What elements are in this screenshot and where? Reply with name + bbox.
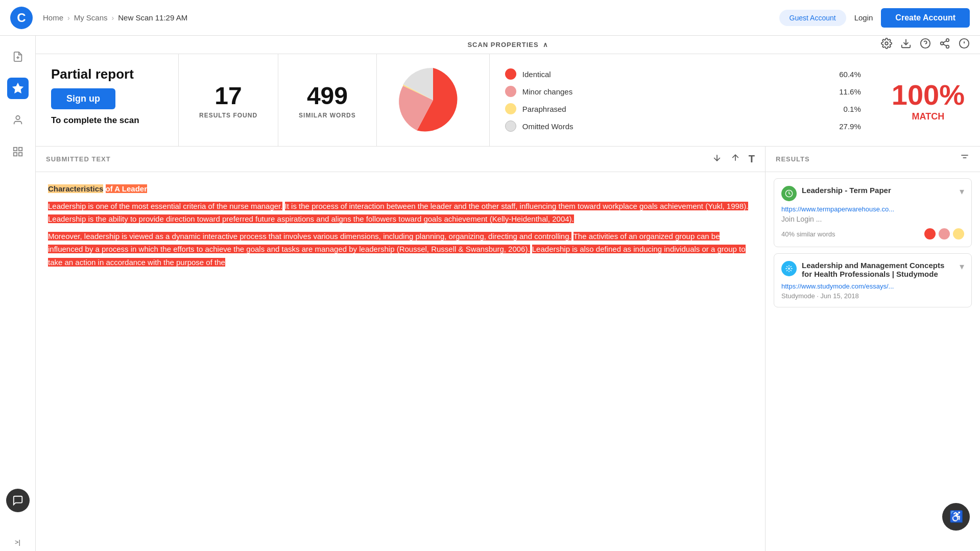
- svg-line-16: [943, 41, 946, 43]
- similar-words-section: 499 SIMILAR WORDS: [278, 54, 377, 146]
- legend-label-omitted: Omitted Words: [522, 122, 833, 131]
- legend-item-paraphrased: Paraphrased 0.1%: [505, 103, 861, 114]
- logo: C: [10, 7, 33, 29]
- results-found-label: RESULTS FOUND: [199, 112, 257, 119]
- chat-button[interactable]: [6, 489, 30, 512]
- legend-label-minor: Minor changes: [522, 87, 833, 96]
- guest-account-button[interactable]: Guest Account: [779, 10, 846, 26]
- text-title: Characteristics of A Leader: [48, 182, 753, 196]
- result-similar-label-1: 40% similar words: [781, 230, 835, 238]
- result-icon-1: [781, 186, 797, 201]
- sidebar-item-star[interactable]: [7, 78, 29, 99]
- submitted-text-panel: SUBMITTED TEXT T: [36, 147, 766, 551]
- result-link-1[interactable]: https://www.termpaperwarehouse.co...: [781, 205, 964, 213]
- scan-properties-icons: [881, 38, 970, 52]
- result-meta-2: Studymode · Jun 15, 2018: [781, 292, 964, 300]
- main-layout: >| SCAN PROPERTIES ∧: [0, 36, 980, 551]
- legend-dot-minor: [505, 86, 516, 97]
- sidebar-item-add-file[interactable]: [7, 46, 29, 67]
- navbar: C Home › My Scans › New Scan 11:29 AM Gu…: [0, 0, 980, 36]
- match-section: 100% MATCH: [876, 54, 980, 146]
- result-footer-1: 40% similar words: [781, 228, 964, 239]
- create-account-button[interactable]: Create Account: [881, 8, 970, 28]
- accessibility-button[interactable]: ♿: [942, 503, 970, 531]
- text-para-1: Leadership is one of the most essential …: [48, 200, 753, 226]
- breadcrumb-my-scans[interactable]: My Scans: [74, 13, 108, 22]
- result-icon-2: [781, 261, 797, 276]
- sidebar: >|: [0, 36, 36, 551]
- svg-point-8: [885, 42, 888, 45]
- sidebar-item-docs[interactable]: [7, 141, 29, 162]
- results-panel: RESULTS: [766, 147, 980, 551]
- submitted-text-header: SUBMITTED TEXT T: [36, 147, 765, 172]
- results-list: Leadership - Term Paper ▾ https://www.te…: [766, 172, 980, 551]
- result-login-1: Join Login ...: [781, 215, 964, 223]
- results-found-section: 17 RESULTS FOUND: [179, 54, 278, 146]
- svg-marker-2: [13, 84, 22, 92]
- similar-words-number: 499: [307, 82, 348, 110]
- svg-point-13: [941, 42, 944, 45]
- result-card-2-header: Leadership and Management Concepts for H…: [781, 261, 964, 278]
- legend-pct-omitted: 27.9%: [839, 122, 861, 131]
- pie-chart-section: [377, 54, 490, 146]
- dot-pink-1: [939, 228, 950, 239]
- breadcrumb-current: New Scan 11:29 AM: [118, 13, 187, 22]
- sidebar-item-user[interactable]: [7, 109, 29, 131]
- result-link-2[interactable]: https://www.studymode.com/essays/...: [781, 282, 964, 290]
- svg-line-15: [943, 44, 946, 46]
- font-size-button[interactable]: T: [749, 153, 755, 165]
- info-icon[interactable]: [959, 38, 970, 52]
- submitted-text-title: SUBMITTED TEXT: [46, 155, 704, 163]
- breadcrumb-sep-1: ›: [67, 14, 70, 22]
- results-header: RESULTS: [766, 147, 980, 172]
- svg-rect-5: [18, 148, 21, 151]
- breadcrumb: Home › My Scans › New Scan 11:29 AM: [43, 13, 187, 22]
- login-button[interactable]: Login: [854, 13, 873, 22]
- scroll-down-button[interactable]: [712, 153, 722, 165]
- legend-pct-paraphrased: 0.1%: [844, 105, 861, 113]
- legend-dot-paraphrased: [505, 103, 516, 114]
- sidebar-collapse-arrow[interactable]: >|: [15, 538, 20, 546]
- results-title: RESULTS: [776, 155, 960, 163]
- pie-chart: [397, 64, 469, 136]
- breadcrumb-home[interactable]: Home: [43, 13, 63, 22]
- signup-button[interactable]: Sign up: [51, 88, 115, 109]
- share-icon[interactable]: [939, 38, 950, 52]
- partial-report-section: Partial report Sign up To complete the s…: [36, 54, 179, 146]
- filter-button[interactable]: [960, 153, 970, 165]
- result-dots-1: [924, 228, 964, 239]
- result-title-2: Leadership and Management Concepts for H…: [802, 261, 954, 278]
- results-found-number: 17: [214, 82, 242, 110]
- match-percent: 100%: [892, 78, 965, 111]
- gear-icon[interactable]: [881, 38, 892, 52]
- legend-item-identical: Identical 60.4%: [505, 68, 861, 80]
- help-icon[interactable]: [920, 38, 931, 52]
- result-expand-2[interactable]: ▾: [960, 261, 964, 272]
- scroll-up-button[interactable]: [730, 153, 740, 165]
- match-label: MATCH: [912, 111, 945, 122]
- svg-point-3: [16, 116, 19, 119]
- navbar-right: Guest Account Login Create Account: [779, 8, 970, 28]
- legend-label-identical: Identical: [522, 70, 833, 79]
- partial-report-title: Partial report: [51, 66, 163, 82]
- legend-section: Identical 60.4% Minor changes 11.6% Para…: [490, 54, 876, 146]
- result-expand-1[interactable]: ▾: [960, 186, 964, 197]
- svg-rect-4: [13, 148, 16, 151]
- dot-yellow-1: [953, 228, 964, 239]
- lower-panels: SUBMITTED TEXT T: [36, 147, 980, 551]
- download-icon[interactable]: [900, 38, 912, 52]
- legend-item-minor: Minor changes 11.6%: [505, 86, 861, 97]
- text-para-2: Moreover, leadership is viewed as a dyna…: [48, 230, 753, 269]
- legend-dot-identical: [505, 68, 516, 80]
- legend-label-paraphrased: Paraphrased: [522, 105, 838, 113]
- legend-pct-minor: 11.6%: [839, 87, 861, 96]
- result-card-2: Leadership and Management Concepts for H…: [774, 253, 972, 307]
- svg-rect-7: [13, 153, 16, 156]
- legend-pct-identical: 60.4%: [839, 70, 861, 79]
- text-content: Characteristics of A Leader Leadership i…: [36, 172, 765, 551]
- legend-dot-omitted: [505, 121, 516, 132]
- svg-point-25: [788, 268, 790, 270]
- stats-panel: Partial report Sign up To complete the s…: [36, 54, 980, 147]
- content-area: SCAN PROPERTIES ∧: [36, 36, 980, 551]
- collapse-icon[interactable]: ∧: [543, 41, 548, 49]
